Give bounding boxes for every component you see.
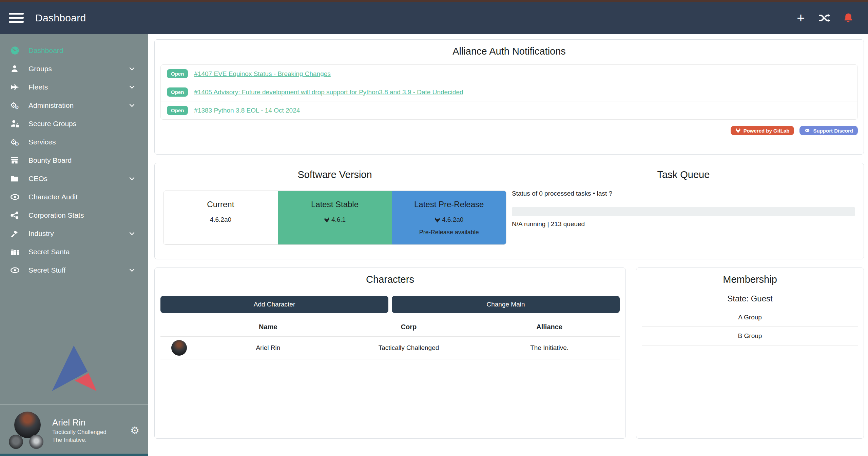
support-discord-badge[interactable]: Support Discord (799, 126, 858, 135)
user-panel[interactable]: Ariel Rin Tactically Challenged The Init… (0, 405, 148, 454)
store-icon (10, 156, 24, 165)
sidebar-item-label: CEOs (28, 175, 47, 183)
character-alliance-cell: The Initiative. (479, 344, 620, 352)
user-settings-button[interactable]: ⚙ (130, 424, 139, 436)
user-name: Ariel Rin (52, 417, 107, 429)
sidebar-item-services[interactable]: ⚙⚙ Services (0, 133, 148, 151)
sidebar-toggle-button[interactable] (9, 13, 24, 23)
version-current-cell: Current 4.6.2a0 (163, 191, 278, 244)
alliance-logo (29, 435, 43, 449)
version-stable-cell: Latest Stable 4.6.1 (278, 191, 392, 244)
bell-icon (843, 12, 854, 24)
gifts-icon (10, 247, 24, 257)
sidebar-item-secret-santa[interactable]: Secret Santa (0, 243, 148, 261)
membership-title: Membership (642, 274, 858, 285)
top-navbar: Dashboard + (0, 2, 868, 34)
gitlab-tanuki-icon (435, 217, 440, 223)
list-item: A Group (642, 308, 858, 327)
gears-icon: ⚙⚙ (10, 138, 24, 146)
main-content: Alliance Auth Notifications Open #1407 E… (148, 34, 868, 456)
fighter-jet-icon (10, 82, 24, 92)
sidebar-item-administration[interactable]: ⚙⚙ Administration (0, 96, 148, 115)
characters-title: Characters (160, 274, 620, 285)
eye-icon (10, 265, 24, 275)
user-avatar (14, 412, 41, 438)
membership-panel: Membership State: Guest A Group B Group (636, 267, 864, 439)
sidebar-item-label: Services (28, 138, 56, 146)
sidebar-item-label: Character Audit (28, 193, 78, 201)
sidebar-item-label: Corporation Stats (28, 211, 84, 219)
gitlab-tanuki-icon (735, 128, 741, 133)
software-version-section: Software Version Current 4.6.2a0 Latest … (160, 169, 509, 253)
sidebar-item-label: Bounty Board (28, 156, 72, 164)
task-status-text: Status of 0 processed tasks • last ? (512, 190, 855, 197)
notifications-panel: Alliance Auth Notifications Open #1407 E… (154, 39, 864, 155)
change-main-shortcut-button[interactable] (818, 11, 831, 25)
gauge-icon (10, 46, 24, 55)
hammer-icon (10, 229, 24, 238)
sidebar-item-label: Industry (28, 230, 54, 238)
change-main-button[interactable]: Change Main (392, 296, 620, 313)
prerelease-version-value: 4.6.2a0 (442, 216, 463, 223)
chevron-down-icon (128, 175, 136, 183)
task-queue-section: Task Queue Status of 0 processed tasks •… (509, 169, 858, 253)
membership-state: State: Guest (642, 294, 858, 303)
plus-icon: + (797, 11, 805, 25)
task-queue-text: N/A running | 213 queued (512, 220, 855, 228)
gear-icon: ⚙ (130, 425, 139, 436)
gears-icon: ⚙⚙ (10, 102, 24, 109)
notification-row: Open #1383 Python 3.8 EOL - 14 Oct 2024 (161, 101, 857, 119)
chevron-down-icon (128, 101, 136, 110)
user-alliance: The Initiative. (52, 436, 107, 444)
sidebar: Dashboard Groups Fl (0, 34, 148, 456)
notification-row: Open #1405 Advisory: Future development … (161, 83, 857, 101)
status-badge: Open (167, 69, 188, 78)
chevron-down-icon (128, 266, 136, 274)
sidebar-item-fleets[interactable]: Fleets (0, 78, 148, 96)
sidebar-item-label: Dashboard (28, 46, 63, 55)
notification-link[interactable]: #1383 Python 3.8 EOL - 14 Oct 2024 (194, 107, 300, 114)
sidebar-item-label: Secret Santa (28, 248, 70, 256)
sidebar-item-industry[interactable]: Industry (0, 224, 148, 243)
add-character-button[interactable]: Add Character (160, 296, 388, 313)
sidebar-item-label: Groups (28, 65, 52, 73)
sidebar-item-secret-stuff[interactable]: Secret Stuff (0, 261, 148, 279)
version-prerelease-cell: Latest Pre-Release 4.6.2a0 Pre-Release a… (392, 191, 506, 244)
sidebar-item-dashboard[interactable]: Dashboard (0, 41, 148, 60)
discord-icon (804, 128, 810, 133)
notification-row: Open #1407 EVE Equinox Status - Breaking… (161, 65, 857, 83)
sidebar-item-label: Secure Groups (28, 120, 76, 128)
status-badge: Open (167, 87, 188, 97)
prerelease-note: Pre-Release available (392, 229, 506, 236)
chevron-down-icon (128, 65, 136, 73)
notifications-button[interactable] (842, 11, 855, 25)
powered-by-gitlab-badge[interactable]: Powered by GitLab (731, 126, 794, 135)
sidebar-item-ceos[interactable]: CEOs (0, 170, 148, 188)
sidebar-item-bounty-board[interactable]: Bounty Board (0, 151, 148, 170)
status-badge: Open (167, 106, 188, 115)
sidebar-menu: Dashboard Groups Fl (0, 34, 148, 279)
name-column-header: Name (198, 323, 339, 331)
membership-groups-list: A Group B Group (642, 308, 858, 345)
add-character-shortcut-button[interactable]: + (794, 11, 808, 25)
notification-link[interactable]: #1407 EVE Equinox Status - Breaking Chan… (194, 70, 330, 78)
sidebar-item-label: Fleets (28, 83, 48, 91)
sidebar-item-character-audit[interactable]: Character Audit (0, 188, 148, 206)
notification-link[interactable]: #1405 Advisory: Future development will … (194, 88, 463, 96)
alliance-auth-logo (49, 344, 100, 392)
characters-table: Name Corp Alliance Ariel Rin Tactically … (160, 318, 620, 359)
character-name-cell: Ariel Rin (198, 344, 339, 352)
sidebar-item-secure-groups[interactable]: Secure Groups (0, 115, 148, 133)
status-panel: Software Version Current 4.6.2a0 Latest … (154, 163, 864, 259)
alliance-column-header: Alliance (479, 323, 620, 331)
hamburger-icon (9, 13, 24, 15)
user-icon (10, 64, 24, 73)
sidebar-item-corporation-stats[interactable]: Corporation Stats (0, 206, 148, 224)
chevron-down-icon (128, 230, 136, 238)
current-version-value: 4.6.2a0 (210, 216, 231, 223)
stable-version-value: 4.6.1 (331, 216, 346, 223)
character-corp-cell: Tactically Challenged (339, 344, 479, 352)
corp-column-header: Corp (339, 323, 479, 331)
notifications-title: Alliance Auth Notifications (160, 46, 858, 57)
sidebar-item-groups[interactable]: Groups (0, 60, 148, 78)
